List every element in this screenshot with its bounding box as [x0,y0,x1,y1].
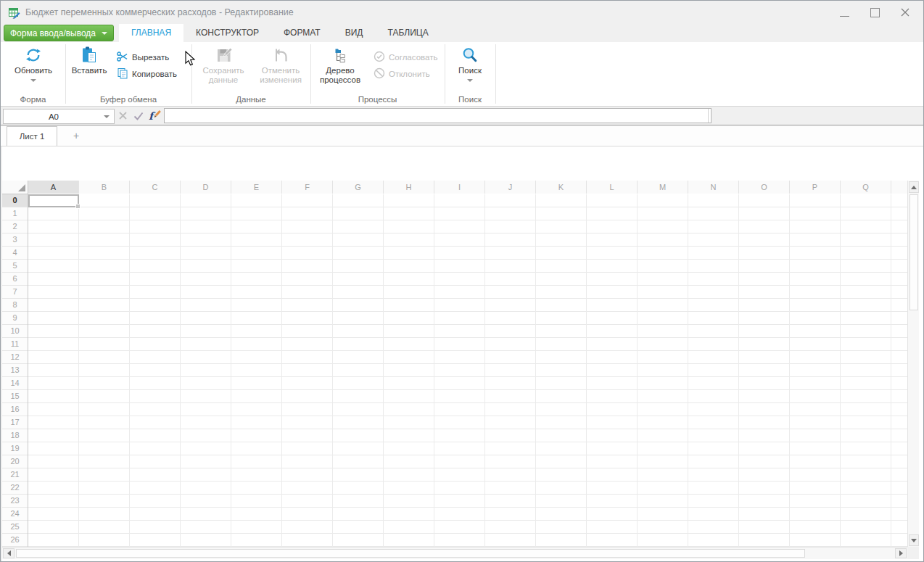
row-header-21[interactable]: 21 [2,468,28,482]
row-header-20[interactable]: 20 [2,455,28,468]
vertical-scroll-thumb[interactable] [909,194,918,310]
column-header-F[interactable]: F [282,181,333,194]
refresh-icon [25,44,41,66]
row-header-26[interactable]: 26 [2,534,28,547]
sheet-tab-list1[interactable]: Лист 1 [7,126,57,146]
scroll-right-button[interactable] [895,548,907,558]
column-header-P[interactable]: P [790,181,841,194]
grid-cells[interactable] [28,194,907,547]
search-button[interactable]: Поиск [449,44,491,92]
row-header-13[interactable]: 13 [2,364,28,377]
column-header-A[interactable]: A [28,181,79,194]
fill-handle[interactable] [75,204,81,209]
approve-button[interactable]: Согласовать [374,50,437,65]
insert-function-button[interactable]: f [147,109,162,123]
tab-glavnaya[interactable]: ГЛАВНАЯ [119,24,183,42]
column-header-D[interactable]: D [181,181,231,194]
cancel-entry-button[interactable] [115,109,130,123]
column-header-C[interactable]: C [130,181,181,194]
scroll-down-button[interactable] [909,534,919,546]
paste-icon [81,44,98,66]
row-header-23[interactable]: 23 [2,495,28,508]
column-header-M[interactable]: M [638,181,688,194]
row-header-5[interactable]: 5 [2,260,28,273]
scroll-up-icon [911,186,917,189]
row-header-24[interactable]: 24 [2,508,28,521]
row-header-0[interactable]: 0 [2,194,28,207]
scroll-left-button[interactable] [3,548,15,558]
process-tree-button[interactable]: Дерево процессов [313,44,368,92]
save-data-button[interactable]: Сохранить данные [195,44,252,92]
column-header-G[interactable]: G [333,181,384,194]
row-header-10[interactable]: 10 [2,325,28,338]
formula-bar: A0 f [1,107,923,125]
scroll-right-icon [899,550,903,556]
horizontal-scroll-thumb[interactable] [16,549,805,558]
row-header-15[interactable]: 15 [2,390,28,403]
selected-cell-a0[interactable] [28,194,79,207]
window-controls [829,1,920,24]
name-box-caret-icon [104,115,110,118]
column-header-H[interactable]: H [384,181,434,194]
maximize-button[interactable] [859,2,890,22]
column-header-partial[interactable] [891,181,907,194]
row-header-22[interactable]: 22 [2,482,28,495]
row-header-16[interactable]: 16 [2,403,28,416]
column-header-K[interactable]: K [536,181,587,194]
row-header-18[interactable]: 18 [2,429,28,442]
row-header-4[interactable]: 4 [2,247,28,260]
cell-reference: A0 [4,112,104,121]
column-headers: ABCDEFGHIJKLMNOPQ [28,181,907,195]
tab-format[interactable]: ФОРМАТ [271,24,333,42]
row-header-9[interactable]: 9 [2,312,28,325]
row-header-17[interactable]: 17 [2,416,28,429]
row-header-19[interactable]: 19 [2,442,28,455]
row-header-12[interactable]: 12 [2,351,28,364]
row-header-25[interactable]: 25 [2,521,28,534]
minimize-button[interactable] [829,2,859,22]
refresh-button[interactable]: Обновить [7,44,60,92]
column-header-I[interactable]: I [434,181,485,194]
formula-bar-divider [708,109,709,123]
reject-button-label: Отклонить [389,70,430,78]
row-header-6[interactable]: 6 [2,273,28,286]
undo-changes-button-label: Отменить изменения [255,66,307,85]
tab-tablica[interactable]: ТАБЛИЦА [375,24,440,42]
copy-button[interactable]: Копировать [117,67,177,81]
tab-konstruktor[interactable]: КОНСТРУКТОР [183,24,271,42]
confirm-entry-button[interactable] [131,109,146,123]
row-header-14[interactable]: 14 [2,377,28,390]
cell-name-box[interactable]: A0 [3,109,115,124]
row-header-8[interactable]: 8 [2,299,28,312]
paste-button[interactable]: Вставить [69,44,110,92]
row-header-3[interactable]: 3 [2,234,28,247]
column-header-B[interactable]: B [79,181,130,194]
tab-vid[interactable]: ВИД [333,24,376,42]
column-header-O[interactable]: O [739,181,790,194]
group-label-forma: Форма [1,94,65,105]
horizontal-scrollbar[interactable] [2,547,907,559]
scroll-up-button[interactable] [909,181,919,193]
approve-button-label: Согласовать [389,53,437,62]
column-header-N[interactable]: N [688,181,739,194]
reject-button[interactable]: Отклонить [374,67,430,81]
add-sheet-button[interactable]: + [65,126,88,146]
formula-input[interactable] [164,108,711,123]
undo-changes-button[interactable]: Отменить изменения [255,44,307,92]
row-header-2[interactable]: 2 [2,220,28,234]
scroll-down-icon [911,539,917,542]
cut-button[interactable]: Вырезать [117,50,169,65]
column-header-Q[interactable]: Q [841,181,891,194]
window-title: Бюджет переменных коммерческих расходов … [25,1,294,24]
row-headers: 0123456789101112131415161718192021222324… [2,194,28,547]
form-io-button[interactable]: Форма ввода/вывода [4,25,114,41]
close-button[interactable] [890,2,920,22]
column-header-J[interactable]: J [485,181,536,194]
row-header-11[interactable]: 11 [2,338,28,351]
select-all-corner[interactable] [2,181,28,194]
row-header-1[interactable]: 1 [2,207,28,220]
column-header-L[interactable]: L [587,181,638,194]
column-header-E[interactable]: E [231,181,282,194]
row-header-7[interactable]: 7 [2,286,28,299]
vertical-scrollbar[interactable] [907,181,919,547]
